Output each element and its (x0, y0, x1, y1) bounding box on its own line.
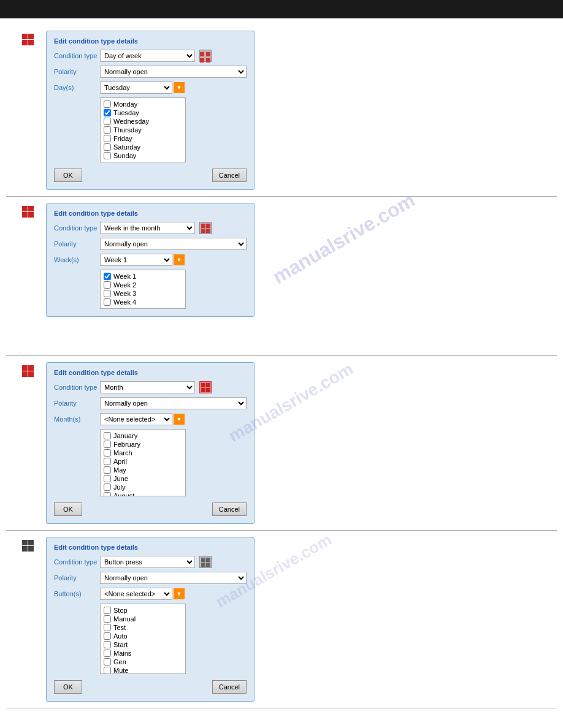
polarity-select-1[interactable]: Normally open (100, 66, 247, 78)
day-checkbox-sunday[interactable] (104, 152, 111, 159)
buttons-dropdown-4: Stop Manual Test Auto (100, 604, 186, 674)
grid-icon-2 (22, 206, 34, 218)
icon-cell (28, 365, 34, 371)
icon-cell (28, 371, 34, 377)
weeks-label-2: Week(s) (54, 256, 100, 264)
months-label-3: Month(s) (54, 415, 100, 423)
month-item-march: March (101, 449, 185, 457)
btn-checkbox-mains[interactable] (104, 650, 111, 657)
weeks-select-area-2: Week 1 ▼ (100, 254, 185, 266)
months-dropdown-btn-3[interactable]: ▼ (174, 414, 185, 425)
icon-cell (22, 365, 28, 371)
buttons-select-area-4: <None selected> ▼ (100, 588, 185, 600)
section-3: Edit condition type details Condition ty… (6, 356, 557, 531)
condition-type-icon-btn-2[interactable] (199, 222, 212, 234)
buttons-select-4[interactable]: <None selected> (100, 588, 172, 600)
btn-checkbox-stop[interactable] (104, 607, 111, 614)
condition-type-select-4[interactable]: Button press (100, 556, 195, 568)
grid-icon-4 (22, 540, 34, 552)
icon-cell (28, 212, 34, 218)
weeks-select-2[interactable]: Week 1 (100, 254, 172, 266)
ok-button-1[interactable]: OK (54, 169, 82, 182)
days-select-1[interactable]: Tuesday (100, 82, 172, 94)
polarity-select-4[interactable]: Normally open (100, 572, 247, 584)
btn-item-start: Start (101, 640, 185, 649)
condition-type-select-1[interactable]: Day of week (100, 50, 195, 62)
btn-checkbox-gen[interactable] (104, 658, 111, 665)
section-2-icon (9, 203, 46, 218)
month-label-august: August (113, 492, 134, 496)
day-item-tuesday: Tuesday (101, 108, 185, 117)
btn-checkbox-manual[interactable] (104, 615, 111, 623)
day-checkbox-monday[interactable] (104, 100, 111, 108)
month-item-july: July (101, 483, 185, 491)
cancel-button-4[interactable]: Cancel (212, 680, 247, 694)
btn-checkbox-mute[interactable] (104, 667, 111, 674)
month-checkbox-august[interactable] (104, 492, 111, 496)
condition-type-icon-btn-4[interactable] (199, 556, 212, 568)
polarity-select-2[interactable]: Normally open (100, 238, 247, 250)
weeks-dropdown-btn-2[interactable]: ▼ (174, 254, 185, 265)
week-checkbox-4[interactable] (104, 298, 111, 306)
day-checkbox-saturday[interactable] (104, 143, 111, 151)
buttons-dropdown-btn-4[interactable]: ▼ (174, 588, 185, 599)
month-checkbox-april[interactable] (104, 458, 111, 465)
day-checkbox-thursday[interactable] (104, 126, 111, 134)
week-checkbox-3[interactable] (104, 290, 111, 297)
condition-type-area-4: Button press (100, 556, 212, 568)
condition-type-row-4: Condition type Button press (54, 556, 247, 568)
icon-cell (22, 34, 28, 39)
month-checkbox-july[interactable] (104, 483, 111, 491)
polarity-select-3[interactable]: Normally open (100, 397, 247, 409)
day-item-wednesday: Wednesday (101, 117, 185, 126)
btn-checkbox-test[interactable] (104, 624, 111, 631)
month-label-july: July (113, 483, 126, 491)
btn-label-mute: Mute (113, 667, 128, 674)
page-wrapper: Edit condition type details Condition ty… (0, 0, 563, 728)
months-dropdown-3: January February March April (100, 429, 186, 496)
icon-cell (28, 206, 34, 211)
days-dropdown-btn-1[interactable]: ▼ (174, 82, 185, 93)
btn-label-stop: Stop (113, 607, 128, 614)
day-label-saturday: Saturday (113, 143, 140, 151)
week-checkbox-2[interactable] (104, 281, 111, 289)
icon-cell (22, 40, 28, 45)
day-checkbox-friday[interactable] (104, 135, 111, 142)
months-select-3[interactable]: <None selected> (100, 413, 172, 425)
month-checkbox-january[interactable] (104, 432, 111, 439)
condition-type-icon-btn-1[interactable] (199, 50, 212, 62)
cancel-button-3[interactable]: Cancel (212, 502, 247, 516)
btn-label-start: Start (113, 641, 128, 648)
month-label-january: January (113, 432, 137, 439)
btn-checkbox-start[interactable] (104, 641, 111, 648)
dialog-3-buttons: OK Cancel (54, 502, 247, 516)
month-checkbox-may[interactable] (104, 466, 111, 474)
btn-label-auto: Auto (113, 632, 128, 640)
condition-type-select-2[interactable]: Week in the month (100, 222, 195, 234)
icon-cell (28, 34, 34, 39)
day-checkbox-wednesday[interactable] (104, 118, 111, 125)
ok-button-4[interactable]: OK (54, 680, 82, 694)
month-label-may: May (113, 466, 126, 474)
month-checkbox-june[interactable] (104, 475, 111, 482)
month-item-august: August (101, 491, 185, 496)
btn-label-test: Test (113, 624, 126, 631)
condition-type-row-2: Condition type Week in the month (54, 222, 247, 234)
icon-cell (22, 371, 28, 377)
day-checkbox-tuesday[interactable] (104, 109, 111, 116)
btn-checkbox-auto[interactable] (104, 632, 111, 640)
cancel-button-1[interactable]: Cancel (212, 169, 247, 182)
month-checkbox-march[interactable] (104, 449, 111, 457)
condition-type-area-1: Day of week (100, 50, 212, 62)
week-checkbox-1[interactable] (104, 273, 111, 280)
btn-item-test: Test (101, 623, 185, 632)
condition-type-select-3[interactable]: Month (100, 381, 195, 393)
btn-label-gen: Gen (113, 658, 126, 665)
dialog-2-title: Edit condition type details (54, 210, 247, 217)
ok-button-3[interactable]: OK (54, 502, 82, 516)
dialog-4: Edit condition type details Condition ty… (46, 537, 255, 702)
week-label-4: Week 4 (113, 298, 136, 306)
condition-type-icon-btn-3[interactable] (199, 381, 212, 393)
month-checkbox-february[interactable] (104, 441, 111, 448)
days-select-area-1: Tuesday ▼ (100, 82, 185, 94)
